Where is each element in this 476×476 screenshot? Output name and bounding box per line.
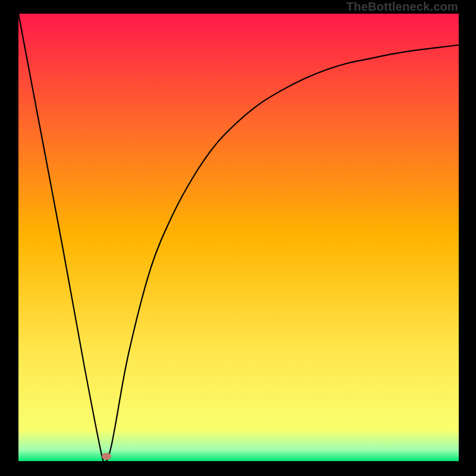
- optimum-marker: [102, 453, 111, 460]
- watermark-text: TheBottleneck.com: [346, 0, 458, 14]
- plot-frame: [18, 14, 459, 461]
- bottleneck-plot: [18, 14, 459, 461]
- gradient-background: [18, 14, 459, 461]
